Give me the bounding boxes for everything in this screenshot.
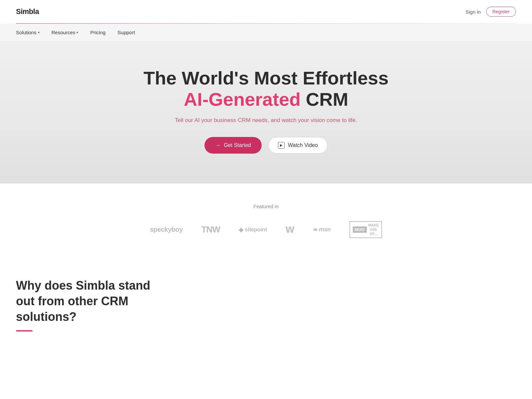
logo-tnw: TNW bbox=[201, 224, 220, 235]
hero-title-line2: CRM bbox=[306, 89, 348, 110]
msn-icon: ❧ bbox=[313, 226, 318, 233]
nav-item-support[interactable]: Support bbox=[117, 30, 135, 35]
hero-title-accent: AI-Generated bbox=[184, 89, 301, 110]
logo-sitepoint: ◆ sitepoint bbox=[239, 226, 267, 233]
nav-item-solutions[interactable]: Solutions ▾ bbox=[16, 30, 40, 35]
chevron-down-icon: ▾ bbox=[38, 31, 40, 34]
why-title: Why does Simbla stand out from other CRM… bbox=[16, 278, 156, 325]
hero-title: The World's Most Effortless AI-Generated… bbox=[16, 67, 516, 110]
arrow-right-icon: → bbox=[215, 142, 220, 148]
hero-buttons: → Get Started ▶ Watch Video bbox=[16, 137, 516, 154]
top-bar: Simbla Sign in Register bbox=[0, 0, 532, 23]
register-button[interactable]: Register bbox=[486, 7, 516, 17]
nav-item-resources[interactable]: Resources ▾ bbox=[52, 30, 78, 35]
brand-logo[interactable]: Simbla bbox=[16, 7, 39, 16]
featured-label: Featured in bbox=[16, 203, 516, 209]
watch-video-button[interactable]: ▶ Watch Video bbox=[268, 137, 328, 154]
logo-msn: ❧ msn bbox=[313, 226, 331, 233]
logo-speckyboy: speckyboy bbox=[150, 226, 183, 233]
logo-makeuseof: MUO MAKEUSEOF... bbox=[349, 221, 382, 238]
hero-subtitle: Tell our AI your business CRM needs, and… bbox=[16, 117, 516, 124]
logo-webdesignerdepot: W bbox=[286, 224, 294, 235]
top-right-actions: Sign in Register bbox=[466, 7, 516, 17]
play-icon: ▶ bbox=[278, 142, 285, 149]
chevron-down-icon: ▾ bbox=[76, 31, 78, 34]
muo-badge: MUO bbox=[353, 226, 367, 233]
main-nav: Solutions ▾ Resources ▾ Pricing Support bbox=[0, 24, 532, 41]
get-started-button[interactable]: → Get Started bbox=[204, 137, 262, 154]
nav-item-pricing[interactable]: Pricing bbox=[90, 30, 105, 35]
signin-link[interactable]: Sign in bbox=[466, 9, 481, 15]
hero-title-line1: The World's Most Effortless bbox=[143, 67, 388, 88]
sitepoint-icon: ◆ bbox=[239, 226, 243, 233]
featured-section: Featured in speckyboy TNW ◆ sitepoint W … bbox=[0, 184, 532, 255]
hero-section: The World's Most Effortless AI-Generated… bbox=[0, 41, 532, 184]
featured-logos: speckyboy TNW ◆ sitepoint W ❧ msn MUO MA… bbox=[16, 221, 516, 238]
why-title-underline bbox=[16, 330, 33, 332]
why-section: Why does Simbla stand out from other CRM… bbox=[0, 255, 532, 341]
